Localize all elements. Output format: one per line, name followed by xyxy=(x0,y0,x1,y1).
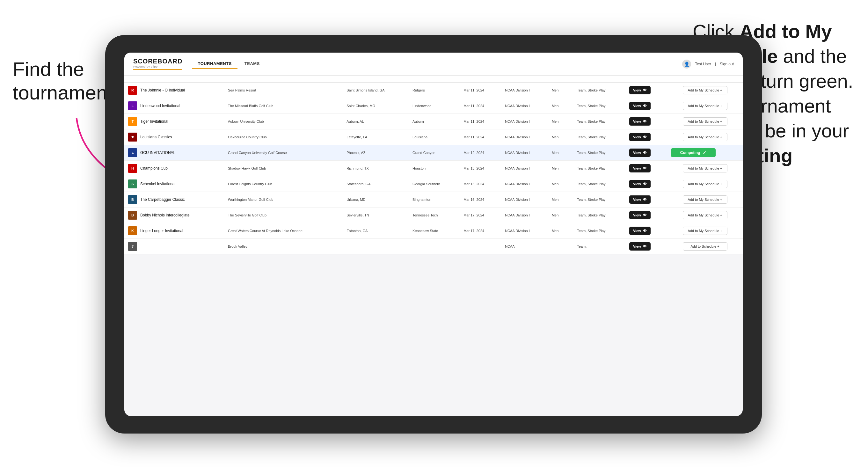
event-name-cell: H Champions Cup xyxy=(124,161,224,176)
actions-cell: View 👁 xyxy=(625,98,667,114)
start-date-cell: Mar 15, 2024 xyxy=(460,176,501,192)
venue-cell: The Missouri Bluffs Golf Club xyxy=(224,98,343,114)
view-button[interactable]: View 👁 xyxy=(629,86,651,94)
city-cell: Saint Charles, MO xyxy=(343,98,409,114)
gender-cell: Men xyxy=(548,145,573,161)
add-label: Add to My Schedule + xyxy=(688,135,722,139)
hosted-by-cell: Georgia Southern xyxy=(409,176,460,192)
eye-icon: 👁 xyxy=(643,244,647,249)
hosted-by-cell: Louisiana xyxy=(409,129,460,145)
competing-cell: Add to My Schedule + xyxy=(667,82,743,98)
gender-cell: Men xyxy=(548,114,573,129)
competing-label: Competing xyxy=(680,151,700,155)
add-to-schedule-button[interactable]: Add to My Schedule + xyxy=(683,117,727,126)
col-header-city xyxy=(343,75,409,82)
add-to-schedule-button[interactable]: Add to My Schedule + xyxy=(683,227,727,235)
view-button[interactable]: View 👁 xyxy=(629,242,651,251)
add-to-schedule-button[interactable]: Add to My Schedule + xyxy=(683,180,727,188)
add-to-schedule-button[interactable]: Add to My Schedule + xyxy=(683,133,727,141)
tablet-screen: SCOREBOARD Powered by clippi TOURNAMENTS… xyxy=(124,53,743,416)
event-name-cell: ⚜ Louisiana Classics xyxy=(124,129,224,145)
view-button[interactable]: View 👁 xyxy=(629,133,651,141)
division-cell: NCAA Division I xyxy=(501,98,548,114)
division-cell: NCAA Division I xyxy=(501,208,548,223)
competing-button[interactable]: Competing ✓ xyxy=(671,148,716,157)
start-date-cell: Mar 11, 2024 xyxy=(460,129,501,145)
start-date-cell: Mar 11, 2024 xyxy=(460,98,501,114)
hosted-by-cell: Kennesaw State xyxy=(409,223,460,239)
start-date-cell: Mar 17, 2024 xyxy=(460,208,501,223)
event-name-text: Tiger Invitational xyxy=(140,119,168,124)
event-name-cell: T Tiger Invitational xyxy=(124,114,224,129)
tournament-table-container: R The Johnnie - O Individual Sea Palms R… xyxy=(124,75,743,254)
venue-cell: Grand Canyon University Golf Course xyxy=(224,145,343,161)
view-button[interactable]: View 👁 xyxy=(629,195,651,204)
team-logo: ? xyxy=(128,242,137,251)
actions-cell: View 👁 xyxy=(625,239,667,254)
actions-cell: View 👁 xyxy=(625,114,667,129)
gender-cell: Men xyxy=(548,98,573,114)
venue-cell: Great Waters Course At Reynolds Lake Oco… xyxy=(224,223,343,239)
scoring-cell: Team, Stroke Play xyxy=(573,176,625,192)
venue-cell: The Sevierville Golf Club xyxy=(224,208,343,223)
event-name-text: GCU INVITATIONAL xyxy=(140,151,175,155)
scoring-cell: Team, Stroke Play xyxy=(573,145,625,161)
city-cell: Eatonton, GA xyxy=(343,223,409,239)
competing-cell: Add to My Schedule + xyxy=(667,208,743,223)
view-button[interactable]: View 👁 xyxy=(629,102,651,110)
table-row: ? Brook ValleyNCAATeam, View 👁 Add to Sc… xyxy=(124,239,743,254)
add-to-schedule-button[interactable]: Add to My Schedule + xyxy=(683,102,727,110)
view-button[interactable]: View 👁 xyxy=(629,211,651,219)
scoring-cell: Team, xyxy=(573,239,625,254)
competing-cell: Add to My Schedule + xyxy=(667,192,743,208)
logo-area: SCOREBOARD Powered by clippi xyxy=(133,58,182,70)
team-logo: B xyxy=(128,195,137,204)
add-label: Add to My Schedule + xyxy=(688,198,722,201)
add-to-schedule-button[interactable]: Add to My Schedule + xyxy=(683,86,727,94)
hosted-by-cell xyxy=(409,239,460,254)
nav-tab-tournaments[interactable]: TOURNAMENTS xyxy=(192,59,237,69)
event-name-text: Lindenwood Invitational xyxy=(140,103,180,108)
hosted-by-cell: Houston xyxy=(409,161,460,176)
competing-cell: Add to My Schedule + xyxy=(667,176,743,192)
logo-text: SCOREBOARD xyxy=(133,58,182,64)
view-button[interactable]: View 👁 xyxy=(629,180,651,188)
scoring-cell: Team, Stroke Play xyxy=(573,129,625,145)
table-row: B Bobby Nichols Intercollegiate The Sevi… xyxy=(124,208,743,223)
table-row: T Tiger Invitational Auburn University C… xyxy=(124,114,743,129)
competing-cell: Add to My Schedule + xyxy=(667,223,743,239)
hosted-by-cell: Lindenwood xyxy=(409,98,460,114)
header-right: 👤 Test User | Sign out xyxy=(682,60,734,68)
scoring-cell: Team, Stroke Play xyxy=(573,192,625,208)
view-button[interactable]: View 👁 xyxy=(629,149,651,157)
add-to-schedule-button[interactable]: Add to My Schedule + xyxy=(683,164,727,173)
eye-icon: 👁 xyxy=(643,103,647,108)
col-header-venue xyxy=(224,75,343,82)
view-button[interactable]: View 👁 xyxy=(629,227,651,235)
scoring-cell: Team, Stroke Play xyxy=(573,114,625,129)
start-date-cell: Mar 11, 2024 xyxy=(460,82,501,98)
add-to-schedule-button[interactable]: Add to Schedule + xyxy=(683,242,727,251)
venue-cell: Auburn University Club xyxy=(224,114,343,129)
event-name-cell: B Bobby Nichols Intercollegiate xyxy=(124,208,224,223)
team-logo: ⚜ xyxy=(128,133,137,142)
event-name-cell: ⟁ GCU INVITATIONAL xyxy=(124,145,224,161)
nav-tab-teams[interactable]: TEAMS xyxy=(239,59,266,69)
gender-cell: Men xyxy=(548,82,573,98)
view-button[interactable]: View 👁 xyxy=(629,117,651,126)
sign-out-link[interactable]: Sign out xyxy=(720,62,734,66)
check-icon: ✓ xyxy=(703,150,706,155)
eye-icon: 👁 xyxy=(643,119,647,124)
team-logo: ⟁ xyxy=(128,148,137,157)
city-cell xyxy=(343,239,409,254)
col-header-division xyxy=(501,75,548,82)
competing-cell: Add to My Schedule + xyxy=(667,129,743,145)
add-label: Add to My Schedule + xyxy=(688,104,722,108)
view-button[interactable]: View 👁 xyxy=(629,164,651,173)
event-name-text: Louisiana Classics xyxy=(140,135,172,139)
add-to-schedule-button[interactable]: Add to My Schedule + xyxy=(683,211,727,219)
add-to-schedule-button[interactable]: Add to My Schedule + xyxy=(683,195,727,204)
division-cell: NCAA Division I xyxy=(501,192,548,208)
event-name-text: Schenkel Invitational xyxy=(140,182,175,186)
app-header: SCOREBOARD Powered by clippi TOURNAMENTS… xyxy=(124,53,743,75)
